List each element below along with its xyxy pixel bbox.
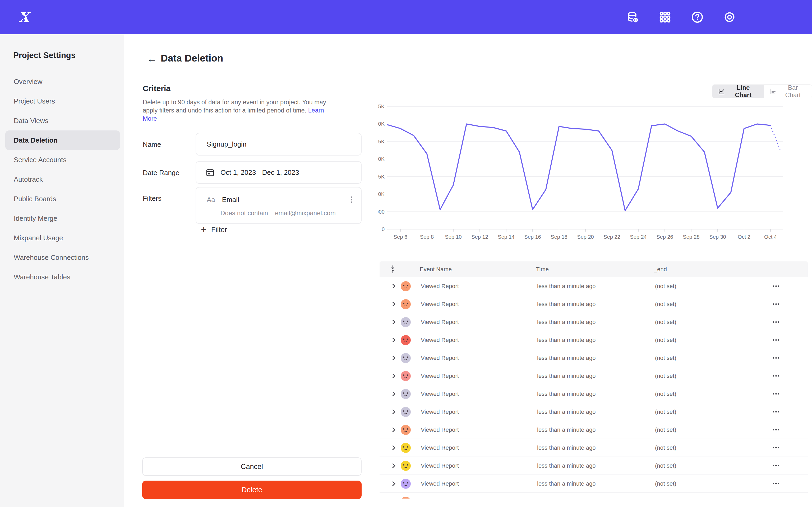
- table-row[interactable]: Viewed Report less than a minute ago (no…: [379, 385, 808, 403]
- criteria-text: Delete up to 90 days of data for any eve…: [143, 99, 326, 114]
- row-event-name: Viewed Report: [421, 480, 537, 487]
- filter-value[interactable]: email@mixpanel.com: [275, 209, 336, 217]
- table-header: Event Name Time _end: [379, 262, 808, 277]
- topbar-icons: [626, 0, 736, 34]
- row-time: less than a minute ago: [537, 301, 655, 307]
- chevron-right-icon[interactable]: [391, 445, 395, 450]
- page: X: [0, 0, 812, 507]
- chevron-right-icon[interactable]: [391, 463, 395, 468]
- column-header-event-name[interactable]: Event Name: [420, 266, 536, 273]
- row-time: less than a minute ago: [537, 427, 655, 433]
- row-menu-button[interactable]: [771, 373, 781, 379]
- sidebar-item-project-users[interactable]: Project Users: [0, 91, 124, 111]
- svg-text:Sep 22: Sep 22: [603, 234, 620, 240]
- table-row[interactable]: Viewed Report less than a minute ago (no…: [379, 331, 808, 349]
- sidebar-item-warehouse-connections[interactable]: Warehouse Connections: [0, 248, 124, 267]
- chevron-right-icon[interactable]: [391, 320, 395, 324]
- table-row[interactable]: Viewed Report less than a minute ago (no…: [379, 421, 808, 439]
- help-button[interactable]: [691, 11, 704, 23]
- table-row[interactable]: Viewed Report less than a minute ago (no…: [379, 439, 808, 457]
- filter-property: Email: [222, 196, 239, 204]
- svg-text:Sep 12: Sep 12: [471, 234, 488, 240]
- table-row[interactable]: [379, 493, 808, 499]
- database-gear-icon: [627, 11, 639, 23]
- back-button[interactable]: ←: [145, 52, 159, 65]
- sort-rows-button[interactable]: [390, 265, 400, 274]
- line-chart-toggle[interactable]: Line Chart: [712, 85, 764, 98]
- row-end: (not set): [655, 391, 771, 397]
- user-avatar: [401, 281, 411, 291]
- row-menu-button[interactable]: [771, 445, 781, 451]
- filter-operator[interactable]: Does not contain: [220, 209, 268, 217]
- svg-text:Sep 6: Sep 6: [394, 234, 407, 240]
- topbar: X: [0, 0, 812, 34]
- bar-chart-toggle[interactable]: Bar Chart: [764, 85, 812, 98]
- filter-card[interactable]: Aa Email Does not contain email@mixpanel…: [196, 187, 362, 224]
- row-menu-button[interactable]: [771, 481, 781, 487]
- row-event-name: Viewed Report: [421, 283, 537, 290]
- sidebar-item-service-accounts[interactable]: Service Accounts: [0, 150, 124, 170]
- chevron-right-icon[interactable]: [391, 481, 395, 486]
- chevron-right-icon[interactable]: [391, 301, 395, 306]
- row-end: (not set): [655, 301, 771, 307]
- row-menu-button[interactable]: [771, 283, 781, 289]
- line-chart-icon: [718, 88, 725, 95]
- column-header-end[interactable]: _end: [654, 266, 667, 273]
- add-filter-button[interactable]: + Filter: [201, 225, 227, 234]
- filter-menu-button[interactable]: [349, 194, 354, 206]
- sidebar-title: Project Settings: [13, 51, 75, 60]
- row-time: less than a minute ago: [537, 444, 655, 451]
- chevron-right-icon[interactable]: [391, 409, 395, 414]
- sidebar-item-autotrack[interactable]: Autotrack: [0, 170, 124, 189]
- mixpanel-logo[interactable]: X: [16, 8, 31, 26]
- chevron-right-icon[interactable]: [391, 337, 395, 342]
- table-row[interactable]: Viewed Report less than a minute ago (no…: [379, 457, 808, 475]
- user-avatar: [401, 425, 411, 435]
- row-menu-button[interactable]: [771, 337, 781, 343]
- settings-button[interactable]: [723, 11, 736, 23]
- chevron-right-icon[interactable]: [391, 284, 395, 288]
- events-table: Event Name Time _end Viewed Report less …: [379, 262, 808, 499]
- row-menu-button[interactable]: [771, 409, 781, 415]
- cancel-button[interactable]: Cancel: [142, 457, 362, 476]
- row-menu-button[interactable]: [771, 391, 781, 397]
- table-row[interactable]: Viewed Report less than a minute ago (no…: [379, 295, 808, 313]
- chevron-right-icon[interactable]: [391, 427, 395, 432]
- row-time: less than a minute ago: [537, 283, 655, 290]
- sidebar-item-data-deletion[interactable]: Data Deletion: [5, 130, 120, 150]
- sidebar-item-public-boards[interactable]: Public Boards: [0, 189, 124, 209]
- row-menu-button[interactable]: [771, 319, 781, 325]
- table-row[interactable]: Viewed Report less than a minute ago (no…: [379, 475, 808, 493]
- row-menu-button[interactable]: [771, 463, 781, 469]
- row-menu-button[interactable]: [771, 355, 781, 361]
- table-row[interactable]: Viewed Report less than a minute ago (no…: [379, 403, 808, 421]
- date-range-field[interactable]: Oct 1, 2023 - Dec 1, 2023: [196, 161, 362, 184]
- user-avatar: [401, 335, 411, 345]
- sidebar-item-warehouse-tables[interactable]: Warehouse Tables: [0, 267, 124, 287]
- sidebar-item-mixpanel-usage[interactable]: Mixpanel Usage: [0, 228, 124, 248]
- table-row[interactable]: Viewed Report less than a minute ago (no…: [379, 349, 808, 367]
- row-event-name: Viewed Report: [421, 444, 537, 451]
- svg-text:Sep 26: Sep 26: [656, 234, 673, 240]
- row-menu-button[interactable]: [771, 427, 781, 433]
- name-input[interactable]: [196, 133, 362, 156]
- row-event-name: Viewed Report: [421, 427, 537, 433]
- sidebar-item-overview[interactable]: Overview: [0, 72, 124, 91]
- svg-text:Sep 8: Sep 8: [420, 234, 434, 240]
- sidebar-item-data-views[interactable]: Data Views: [0, 111, 124, 130]
- table-row[interactable]: Viewed Report less than a minute ago (no…: [379, 367, 808, 385]
- row-menu-button[interactable]: [771, 301, 781, 307]
- row-end: (not set): [655, 444, 771, 451]
- user-avatar: [401, 443, 411, 453]
- user-avatar: [401, 371, 411, 381]
- chevron-right-icon[interactable]: [391, 355, 395, 360]
- delete-button[interactable]: Delete: [142, 481, 362, 499]
- sidebar-item-identity-merge[interactable]: Identity Merge: [0, 209, 124, 228]
- column-header-time[interactable]: Time: [536, 266, 654, 273]
- chevron-right-icon[interactable]: [391, 391, 395, 396]
- data-management-button[interactable]: [626, 11, 639, 23]
- table-row[interactable]: Viewed Report less than a minute ago (no…: [379, 277, 808, 295]
- table-row[interactable]: Viewed Report less than a minute ago (no…: [379, 313, 808, 331]
- apps-grid-button[interactable]: [659, 11, 671, 23]
- chevron-right-icon[interactable]: [391, 374, 395, 378]
